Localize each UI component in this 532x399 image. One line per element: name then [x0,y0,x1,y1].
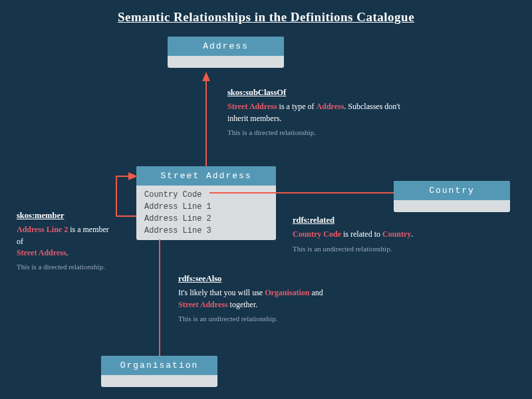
label-member-note: This is a directed relationship. [17,263,105,271]
street-item: Address Line 2 [144,213,268,225]
street-item: Address Line 3 [144,225,268,237]
street-item: Address Line 1 [144,201,268,213]
node-country-header: Country [394,181,510,200]
street-item: Country Code [144,189,268,201]
label-seealso-title: rdfs:seeAlso [178,273,325,285]
node-address: Address [168,37,284,68]
label-related-desc: Country Code is related to Country. [293,229,466,240]
label-related-title: rdfs:related [293,214,466,226]
label-seealso: rdfs:seeAlso It's likely that you will u… [178,273,325,325]
label-member-title: skos:member [17,209,116,221]
label-subclassof-note: This is a directed relationship. [227,128,316,136]
label-member-desc: Address Line 2 is a member of Street Add… [17,224,116,259]
label-subclassof-desc: Street Address is a type of Address. Sub… [227,101,400,124]
node-street-header: Street Address [136,166,276,186]
node-street-address: Street Address Country Code Address Line… [136,166,276,240]
node-street-body: Country Code Address Line 1 Address Line… [136,186,276,240]
label-related: rdfs:related Country Code is related to … [293,214,466,255]
node-organisation: Organisation [101,356,217,387]
node-address-header: Address [168,37,284,56]
label-subclassof-title: skos:subClassOf [227,86,400,98]
node-organisation-header: Organisation [101,356,217,375]
label-seealso-note: This is an undirected relationship. [178,315,277,323]
arrow-member [116,176,136,216]
label-subclassof: skos:subClassOf Street Address is a type… [227,86,400,138]
diagram-title: Semantic Relationships in the Definition… [0,0,532,25]
label-related-note: This is an undirected relationship. [293,245,392,253]
label-member: skos:member Address Line 2 is a member o… [17,209,116,273]
label-seealso-desc: It's likely that you will use Organisati… [178,287,325,311]
node-country: Country [394,181,510,212]
